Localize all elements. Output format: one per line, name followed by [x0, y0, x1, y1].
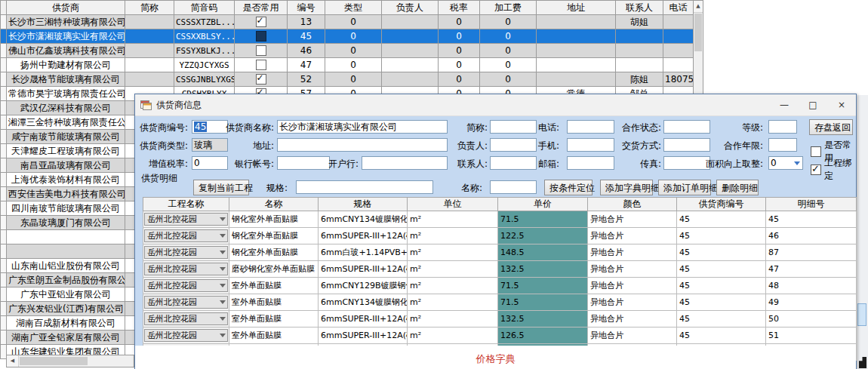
- column-header[interactable]: 地址: [537, 1, 616, 15]
- project-combo[interactable]: 岳州北控花园: [144, 312, 228, 325]
- bank-account-field[interactable]: [277, 156, 330, 170]
- row-header[interactable]: [1, 58, 7, 72]
- minimize-button[interactable]: —: [770, 94, 799, 115]
- mobile-field[interactable]: [567, 138, 614, 152]
- common-use-checkbox[interactable]: [256, 31, 266, 42]
- project-combo[interactable]: 岳州北控花园: [144, 279, 228, 292]
- save-return-button[interactable]: 存盘返回: [809, 119, 853, 135]
- coop-years-field[interactable]: [768, 138, 797, 152]
- common-use-checkbox[interactable]: [256, 60, 266, 70]
- delivery-mode-field[interactable]: [663, 138, 710, 152]
- detail-column-header[interactable]: 单价: [498, 198, 588, 211]
- column-header[interactable]: 编号: [288, 1, 325, 15]
- project-combo[interactable]: 岳州北控花园: [144, 263, 228, 275]
- maximize-button[interactable]: □: [799, 94, 827, 115]
- detail-column-header[interactable]: 单位: [408, 198, 498, 211]
- email-field[interactable]: [567, 156, 614, 170]
- supplier-row[interactable]: 佛山市亿鑫玻璃科技有限公司FSSYXBLKJ...46000: [1, 44, 694, 58]
- row-header[interactable]: [1, 130, 7, 144]
- project-combo[interactable]: 岳州北控花园: [144, 329, 228, 342]
- add-dict-detail-button[interactable]: 添加字典明细: [600, 180, 653, 195]
- row-header[interactable]: [1, 173, 7, 187]
- column-header[interactable]: 联系人: [616, 1, 663, 15]
- detail-row[interactable]: 岳州北控花园钢化室外单面贴膜6mmSUPER-III+12A(硅...m²122…: [143, 228, 857, 244]
- row-header[interactable]: [1, 273, 7, 288]
- row-header[interactable]: [1, 187, 7, 201]
- spec-filter-input[interactable]: [296, 180, 433, 194]
- scroll-left-icon[interactable]: ◀: [7, 355, 19, 367]
- grid-cell: 0: [325, 15, 382, 29]
- dialog-titlebar[interactable]: 供货商信息 — □ ×: [135, 94, 856, 116]
- area-round-up-select[interactable]: 0: [768, 156, 803, 170]
- row-header[interactable]: [1, 87, 7, 101]
- project-combo[interactable]: 岳州北控花园: [144, 213, 228, 226]
- scrollbar-thumb[interactable]: [694, 14, 702, 51]
- supplier-row-selected[interactable]: 长沙市潇湘玻璃实业有限公司CSSXXBLSY...45000: [1, 29, 694, 44]
- row-header[interactable]: [1, 331, 7, 345]
- row-header[interactable]: [1, 244, 7, 259]
- row-header[interactable]: [1, 144, 7, 158]
- row-header[interactable]: [1, 201, 7, 216]
- name-filter-input[interactable]: [490, 180, 537, 194]
- row-header[interactable]: [1, 302, 7, 316]
- row-header[interactable]: [1, 72, 7, 87]
- detail-column-header[interactable]: 工程名称: [143, 198, 229, 211]
- project-bind-checkbox[interactable]: 工程绑定: [811, 157, 856, 183]
- column-header[interactable]: 是否常用: [235, 1, 288, 15]
- locate-button[interactable]: 按条件定位: [544, 180, 593, 195]
- common-use-checkbox[interactable]: [256, 74, 266, 85]
- column-header[interactable]: 简音码: [174, 1, 235, 15]
- supplier-row[interactable]: 长沙晟格节能玻璃有限公司CSSGJNBLYXGS52000陈姐180751: [1, 72, 694, 87]
- detail-column-header[interactable]: 明细号: [766, 198, 857, 211]
- row-header[interactable]: [1, 230, 7, 244]
- detail-column-header[interactable]: 名称: [229, 198, 319, 211]
- supplier-name-field[interactable]: 长沙市潇湘玻璃实业有限公司: [277, 120, 448, 134]
- supplier-row[interactable]: 扬州中勤建材有限公司YZZQJCYXGS47000: [1, 58, 694, 72]
- column-header[interactable]: 类型: [325, 1, 382, 15]
- close-button[interactable]: ×: [827, 94, 856, 115]
- column-header[interactable]: 简称: [125, 1, 174, 15]
- detail-column-header[interactable]: 规格: [319, 198, 408, 211]
- row-header[interactable]: [1, 288, 7, 302]
- detail-row[interactable]: 岳州北控花园室外单面贴膜6mmSUPER-III+12A(硅...m²132.5…: [143, 311, 857, 327]
- column-header[interactable]: 税率: [439, 1, 480, 15]
- common-use-checkbox[interactable]: [256, 17, 266, 27]
- column-header[interactable]: 负责人: [382, 1, 439, 15]
- grade-field[interactable]: [768, 120, 797, 134]
- row-header[interactable]: [1, 15, 7, 29]
- detail-row[interactable]: 岳州北控花园室外单面贴膜6mmCNY129B镀膜钢化m²71.5异地合片4548: [143, 278, 857, 294]
- row-header[interactable]: [1, 216, 7, 230]
- scrollbar-thumb[interactable]: [20, 357, 88, 365]
- detail-row[interactable]: 岳州北控花园室外单面贴膜6mmCNY134镀膜钢化m²71.5异地合片4549: [143, 294, 857, 311]
- row-header[interactable]: [1, 101, 7, 115]
- project-combo[interactable]: 岳州北控花园: [144, 229, 228, 242]
- row-header[interactable]: [1, 158, 7, 173]
- delete-detail-button[interactable]: 删除明细: [716, 180, 759, 195]
- column-header[interactable]: 供货商: [7, 1, 125, 15]
- horizontal-scrollbar[interactable]: ◀: [6, 355, 134, 367]
- column-header[interactable]: 加工费: [480, 1, 537, 15]
- row-header[interactable]: [1, 29, 7, 44]
- detail-row[interactable]: 岳州北控花园钢化室外单面贴膜6mm白玻+1.14PVB+6mm...m²148.…: [143, 244, 857, 261]
- copy-project-button[interactable]: 复制当前工程: [193, 180, 249, 195]
- supplier-row[interactable]: 长沙市三湘特种玻璃有限公司CSSSXTZBL...13000胡姐: [1, 15, 694, 29]
- detail-column-header[interactable]: 供货商编号: [677, 198, 766, 211]
- add-order-detail-button[interactable]: 添加订单明细: [658, 180, 711, 195]
- row-header[interactable]: [1, 115, 7, 130]
- project-combo[interactable]: 岳州北控花园: [144, 246, 228, 259]
- detail-row[interactable]: 岳州北控花园钢化室外单面贴膜6mmCNY134镀膜钢化m²71.5异地合片454…: [143, 211, 857, 228]
- row-header[interactable]: [1, 44, 7, 58]
- row-header[interactable]: [1, 316, 7, 331]
- row-header[interactable]: [1, 259, 7, 273]
- scroll-up-icon[interactable]: ▲: [694, 1, 703, 13]
- phone-field[interactable]: [567, 120, 614, 134]
- detail-row[interactable]: 岳州北控花园室外单面贴膜6mmSUPER-III+12A(硅...m²126.5…: [143, 327, 857, 344]
- project-combo[interactable]: 岳州北控花园: [144, 296, 228, 309]
- detail-column-header[interactable]: 颜色: [588, 198, 677, 211]
- common-use-checkbox[interactable]: [256, 45, 266, 56]
- coop-status-field[interactable]: [663, 120, 710, 134]
- detail-row[interactable]: 岳州北控花园磨砂钢化室外单面贴膜6mmSUPER-III+12A(硅...m²1…: [143, 261, 857, 278]
- address-field[interactable]: [277, 138, 448, 152]
- bank-name-field[interactable]: [362, 156, 448, 170]
- column-header[interactable]: 电话: [663, 1, 694, 15]
